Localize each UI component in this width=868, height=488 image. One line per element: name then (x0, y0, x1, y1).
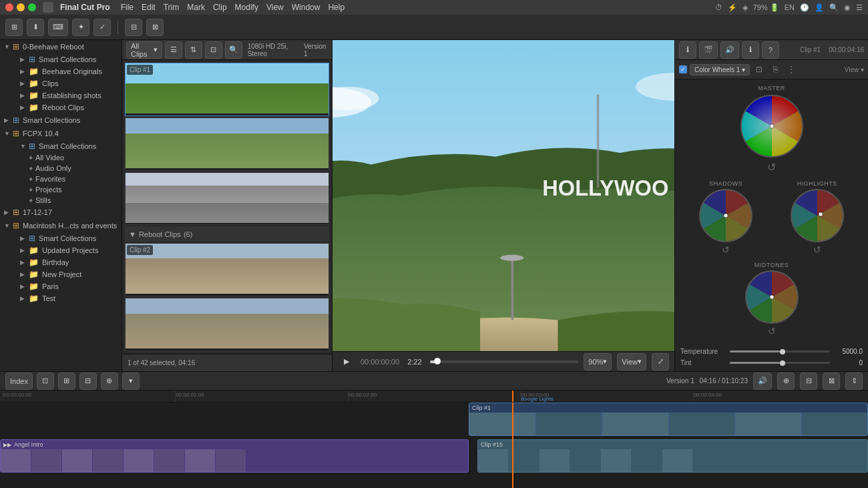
track-angel-intro[interactable]: ▶▶ Angel Intro (0, 439, 469, 473)
library-btn[interactable]: ⊞ (5, 19, 23, 36)
sidebar-item-clips[interactable]: ▶ 📁 Clips (0, 77, 122, 89)
index-btn[interactable]: Index (5, 373, 33, 390)
sidebar-item-test[interactable]: ▶ 📁 Test (0, 292, 122, 304)
timeline-clip-btn[interactable]: ⊡ (37, 373, 54, 390)
timeline-expand-btn[interactable]: ⊕ (101, 373, 118, 390)
highlights-reset-icon[interactable]: ↺ (813, 244, 821, 255)
sidebar-item-birthday[interactable]: ▶ 📁 Birthday (0, 256, 122, 268)
color-wheels-dropdown[interactable]: Color Wheels 1 ▾ (690, 64, 750, 75)
panel-toggle-btn[interactable]: ⊠ (146, 19, 164, 36)
sidebar-item-new-project[interactable]: ▶ 📁 New Project (0, 268, 122, 280)
master-wheel[interactable] (738, 93, 805, 160)
clip-view-btn[interactable]: ⊡ (205, 41, 222, 59)
group-17-12-17[interactable]: ▶ ⊞ 17-12-17 (0, 206, 122, 219)
sidebar-item-favorites[interactable]: ✦ Favorites (0, 174, 122, 184)
layout-toggle-btn[interactable]: ⊟ (125, 19, 142, 36)
highlights-wheel[interactable] (790, 188, 845, 243)
media-import-btn[interactable]: ⬇ (27, 19, 44, 36)
sidebar-item-audio-only[interactable]: ✦ Audio Only (0, 163, 122, 174)
close-button[interactable] (5, 3, 13, 11)
group-icon: ⊞ (13, 129, 19, 138)
menu-clip[interactable]: Clip (213, 3, 227, 12)
timeline-filter-btn[interactable]: ▾ (122, 373, 140, 390)
clip-item-1[interactable]: Clip #1 (125, 63, 329, 116)
view-button[interactable]: View ▾ (845, 66, 864, 73)
timeline-mute-btn[interactable]: ⊟ (800, 373, 817, 390)
sort-icon: ⇅ (190, 45, 196, 54)
clip-15-label: Clip #15 (478, 440, 867, 449)
chevron-down-icon: ▼ (4, 43, 11, 50)
sidebar-item-smart-collections-3[interactable]: ▶ ⊞ Smart Collections (0, 232, 122, 244)
sidebar-item-all-video[interactable]: ✦ All Video (0, 152, 122, 163)
menu-view[interactable]: View (266, 3, 284, 12)
menu-edit[interactable]: Edit (142, 3, 156, 12)
master-reset-icon[interactable]: ↺ (767, 161, 776, 174)
sidebar-item-stills[interactable]: ✦ Stills (0, 195, 122, 206)
minimize-button[interactable] (17, 3, 25, 11)
group-macintosh[interactable]: ▼ ⊞ Macintosh H...cts and events (0, 219, 122, 232)
sidebar-item-smart-collections-2[interactable]: ▼ ⊞ Smart Collections (0, 140, 122, 152)
copy-btn[interactable]: ⎘ (769, 63, 782, 76)
progress-bar[interactable] (430, 360, 579, 363)
timeline-solo-btn[interactable]: ⊕ (777, 373, 795, 390)
sidebar-item-smart-collections-1[interactable]: ▶ ⊞ Smart Collections (0, 53, 122, 65)
clip-item-3[interactable] (125, 172, 329, 226)
clip-item-4[interactable]: Clip #2 (125, 243, 329, 296)
timeline-clip-height-btn[interactable]: ⇕ (845, 373, 863, 390)
tint-slider[interactable] (730, 362, 830, 364)
traffic-lights (5, 3, 36, 11)
temperature-slider[interactable] (730, 350, 830, 352)
keyword-btn[interactable]: ⌨ (48, 19, 68, 36)
search-btn[interactable]: 🔍 (225, 41, 242, 59)
all-clips-dropdown[interactable]: All Clips ▾ (126, 41, 162, 59)
menu-mark[interactable]: Mark (187, 3, 205, 12)
video-btn[interactable]: 🎬 (699, 41, 718, 59)
inspector-toggle-btn[interactable]: ℹ (679, 41, 696, 59)
fullscreen-button[interactable] (28, 3, 36, 11)
info-btn[interactable]: ℹ (742, 41, 759, 59)
sidebar-item-beehave-originals[interactable]: ▶ 📁 Beehave Originals (0, 65, 122, 77)
timeline-audio-btn[interactable]: 🔊 (753, 373, 772, 390)
track-clip-15[interactable]: Clip #15 (477, 439, 868, 473)
sidebar-item-reboot-clips[interactable]: ▶ 📁 Reboot Clips (0, 101, 122, 113)
sidebar-item-updated-projects[interactable]: ▶ 📁 Updated Projects (0, 244, 122, 256)
height-icon: ⇕ (851, 377, 857, 385)
shadows-wheel[interactable] (698, 188, 753, 243)
clip-item-2[interactable] (125, 117, 329, 171)
sidebar-item-projects[interactable]: ✦ Projects (0, 184, 122, 195)
zoom-btn[interactable]: 90% ▾ (584, 353, 612, 371)
menu-modify[interactable]: Modify (235, 3, 258, 12)
midtones-reset-icon[interactable]: ↺ (768, 326, 776, 336)
group-beehave-reboot[interactable]: ▼ ⊞ 0-Beehave Reboot (0, 40, 122, 53)
effect-checkbox[interactable]: ✓ (679, 65, 687, 73)
enhance-btn[interactable]: ✦ (72, 19, 89, 36)
timeline-marker-btn[interactable]: ⊞ (58, 373, 75, 390)
done-btn[interactable]: ✓ (93, 19, 111, 36)
section-header-reboot-clips[interactable]: ▼ Reboot Clips (6) (125, 226, 329, 242)
folder-icon: 📁 (29, 270, 39, 279)
midtones-wheel[interactable] (744, 270, 799, 324)
menu-help[interactable]: Help (328, 3, 345, 12)
options-btn[interactable]: ⋮ (785, 63, 798, 76)
shadows-reset-icon[interactable]: ↺ (722, 244, 730, 255)
timeline-zoom-btn[interactable]: ⊠ (823, 373, 840, 390)
sidebar-item-establishing-shots[interactable]: ▶ 📁 Establishing shots (0, 89, 122, 101)
question-btn[interactable]: ? (762, 41, 779, 59)
folder-icon: 📁 (29, 246, 39, 255)
group-smart-collections[interactable]: ▶ ⊞ Smart Collections (0, 113, 122, 127)
sort-btn[interactable]: ⇅ (185, 41, 202, 59)
clip-item-5[interactable] (125, 298, 329, 351)
track-clip-1-top[interactable]: Clip #1 (469, 403, 868, 436)
sidebar-item-paris[interactable]: ▶ 📁 Paris (0, 280, 122, 292)
snapshot-btn[interactable]: ⊡ (752, 63, 766, 76)
list-view-btn[interactable]: ☰ (165, 41, 182, 59)
timeline-role-btn[interactable]: ⊟ (79, 373, 97, 390)
play-btn[interactable]: ▶ (338, 353, 355, 371)
group-fcpx[interactable]: ▼ ⊞ FCPX 10.4 (0, 127, 122, 140)
menu-window[interactable]: Window (292, 3, 320, 12)
menu-trim[interactable]: Trim (164, 3, 180, 12)
view-btn[interactable]: View ▾ (617, 353, 646, 371)
fullscreen-preview-btn[interactable]: ⤢ (652, 353, 669, 371)
audio-btn[interactable]: 🔊 (720, 41, 739, 59)
menu-file[interactable]: File (121, 3, 134, 12)
